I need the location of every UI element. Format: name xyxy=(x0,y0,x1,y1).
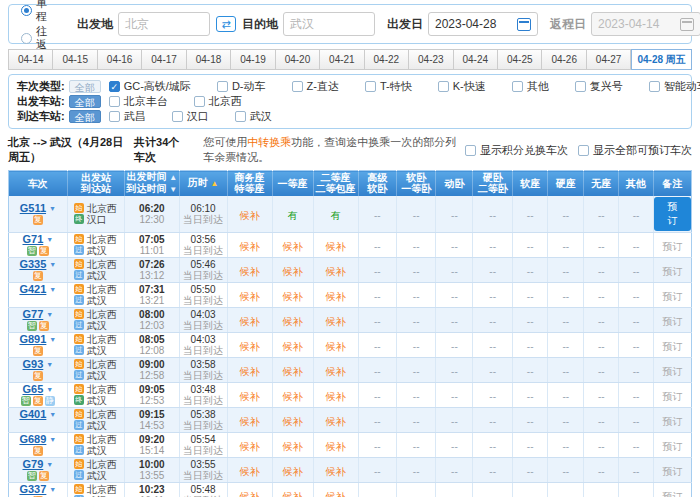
stations-cell: 始 北京西 过 武汉 xyxy=(67,407,124,432)
arrive-station-icon: 终 xyxy=(74,395,84,405)
date-tab[interactable]: 04-27 xyxy=(587,49,631,70)
seat-cell: -- xyxy=(619,482,653,497)
sort-icon[interactable]: ▼ xyxy=(169,185,177,194)
filter-checkbox[interactable]: 其他 xyxy=(512,79,549,94)
train-number-link[interactable]: G335 xyxy=(19,259,46,270)
filter-checkbox[interactable]: 北京西 xyxy=(194,94,242,109)
column-header: 二等座二等包座 xyxy=(313,171,358,196)
seat-cell: -- xyxy=(583,282,619,307)
filter-checkbox[interactable]: 复兴号 xyxy=(575,79,623,94)
date-tab[interactable]: 04-14 xyxy=(8,49,53,70)
depart-time: 06:20 xyxy=(125,203,179,214)
duration: 06:10 xyxy=(180,203,227,214)
expand-caret-icon[interactable]: ▼ xyxy=(49,409,56,420)
date-tab[interactable]: 04-22 xyxy=(365,49,409,70)
seat-cell: -- xyxy=(512,282,548,307)
sort-icon[interactable]: ▲ xyxy=(211,179,219,188)
filter-checkbox[interactable]: K-快速 xyxy=(438,79,486,94)
expand-caret-icon[interactable]: ▼ xyxy=(46,309,53,320)
checkbox-icon xyxy=(465,145,476,156)
all-button-train-type[interactable]: 全部 xyxy=(69,80,101,93)
radio-option[interactable]: 单程 xyxy=(21,0,47,23)
to-label: 目的地 xyxy=(242,16,278,33)
display-toggle-checkbox[interactable]: 显示积分兑换车次 xyxy=(465,143,568,158)
train-number-link[interactable]: G65 xyxy=(23,384,44,395)
book-button[interactable]: 预订 xyxy=(654,197,691,231)
to-input[interactable]: 武汉 xyxy=(283,12,375,36)
filter-checkbox[interactable]: 汉口 xyxy=(172,109,209,124)
filter-checkbox[interactable]: T-特快 xyxy=(365,79,412,94)
book-button-disabled: 预订 xyxy=(662,341,682,352)
transfer-link[interactable]: 中转换乘 xyxy=(247,136,291,148)
checkbox-icon xyxy=(172,111,183,122)
expand-caret-icon[interactable]: ▼ xyxy=(46,359,53,370)
depart-station-name: 北京西 xyxy=(87,203,117,214)
calendar-icon[interactable] xyxy=(517,18,531,31)
filter-checkbox[interactable]: ✓ GC-高铁/城际 xyxy=(109,79,191,94)
filter-checkbox[interactable]: 武昌 xyxy=(109,109,146,124)
depart-date-input[interactable]: 2023-04-28 xyxy=(428,12,538,36)
date-tab[interactable]: 04-24 xyxy=(454,49,498,70)
all-button-arrive-station[interactable]: 全部 xyxy=(69,110,101,123)
arrive-station-icon: 过 xyxy=(74,245,84,255)
column-header: 商务座特等座 xyxy=(227,171,272,196)
date-tab[interactable]: 04-23 xyxy=(409,49,453,70)
filter-checkbox[interactable]: 北京丰台 xyxy=(109,94,168,109)
train-badges xyxy=(9,421,67,431)
filter-checkbox[interactable]: 智能动车组 xyxy=(649,79,700,94)
train-number-link[interactable]: G891 xyxy=(19,334,46,345)
train-number-link[interactable]: G511 xyxy=(20,203,46,214)
sort-icon[interactable]: ▲ xyxy=(169,173,177,182)
expand-caret-icon[interactable]: ▼ xyxy=(49,434,56,445)
arrive-station-name: 武汉 xyxy=(87,320,107,331)
train-number-link[interactable]: G401 xyxy=(19,409,46,420)
expand-caret-icon[interactable]: ▼ xyxy=(49,259,56,270)
expand-caret-icon[interactable]: ▼ xyxy=(49,334,56,345)
from-input[interactable]: 北京 xyxy=(118,12,210,36)
date-tab[interactable]: 04-25 xyxy=(498,49,542,70)
train-number-link[interactable]: G337 xyxy=(19,484,46,495)
stations-cell: 始 北京西 过 武汉 xyxy=(67,332,124,357)
seat-cell: -- xyxy=(512,332,548,357)
expand-caret-icon[interactable]: ▼ xyxy=(49,203,56,214)
filter-checkbox[interactable]: Z-直达 xyxy=(292,79,339,94)
stations-cell: 始 北京西 过 武汉 xyxy=(67,307,124,332)
column-header[interactable]: 历时 ▲ xyxy=(179,171,227,196)
date-tab[interactable]: 04-21 xyxy=(320,49,364,70)
filter-row-train-type: 车次类型: 全部 ✓ GC-高铁/城际 D-动车 Z-直达 T-特快 K-快速 … xyxy=(17,79,683,93)
date-tab[interactable]: 04-15 xyxy=(53,49,97,70)
expand-caret-icon[interactable]: ▼ xyxy=(46,234,53,245)
swap-stations-icon[interactable]: ⇄ xyxy=(216,16,236,32)
filter-checkbox[interactable]: D-动车 xyxy=(217,79,266,94)
train-number-link[interactable]: G71 xyxy=(23,234,44,245)
seat-cell: -- xyxy=(619,257,653,282)
expand-caret-icon[interactable]: ▼ xyxy=(49,484,56,495)
expand-caret-icon[interactable]: ▼ xyxy=(49,284,56,295)
train-cell: G77 ▼ 智复 xyxy=(9,307,68,332)
train-number-link[interactable]: G421 xyxy=(19,284,46,295)
train-number-link[interactable]: G79 xyxy=(23,459,44,470)
train-number-link[interactable]: G93 xyxy=(23,359,44,370)
radio-option[interactable]: 往返 xyxy=(21,25,47,51)
seat-cell: 候补 xyxy=(227,332,272,357)
train-row: G71 ▼ 智复 始 北京西 过 武汉 07:05 11:01 03:56 当日… xyxy=(9,232,692,257)
checkbox-icon xyxy=(235,111,246,122)
seat-cell: -- xyxy=(512,357,548,382)
train-number-link[interactable]: G77 xyxy=(23,309,44,320)
all-button-depart-station[interactable]: 全部 xyxy=(69,95,101,108)
arrive-station-name: 武汉 xyxy=(87,395,107,406)
date-tab[interactable]: 04-18 xyxy=(187,49,231,70)
date-tab[interactable]: 04-20 xyxy=(276,49,320,70)
date-tab-active[interactable]: 04-28 周五 xyxy=(631,49,692,70)
date-tab[interactable]: 04-16 xyxy=(98,49,142,70)
filter-checkbox[interactable]: 武汉 xyxy=(235,109,272,124)
display-toggle-checkbox[interactable]: 显示全部可预订车次 xyxy=(578,143,692,158)
date-tab[interactable]: 04-19 xyxy=(231,49,275,70)
date-tab[interactable]: 04-17 xyxy=(142,49,186,70)
expand-caret-icon[interactable]: ▼ xyxy=(46,459,53,470)
train-number-link[interactable]: G689 xyxy=(19,434,46,445)
column-header[interactable]: 出发时间 ▲到达时间 ▼ xyxy=(125,171,180,196)
date-tab[interactable]: 04-26 xyxy=(542,49,586,70)
depart-time: 08:00 xyxy=(125,309,179,320)
expand-caret-icon[interactable]: ▼ xyxy=(46,384,53,395)
